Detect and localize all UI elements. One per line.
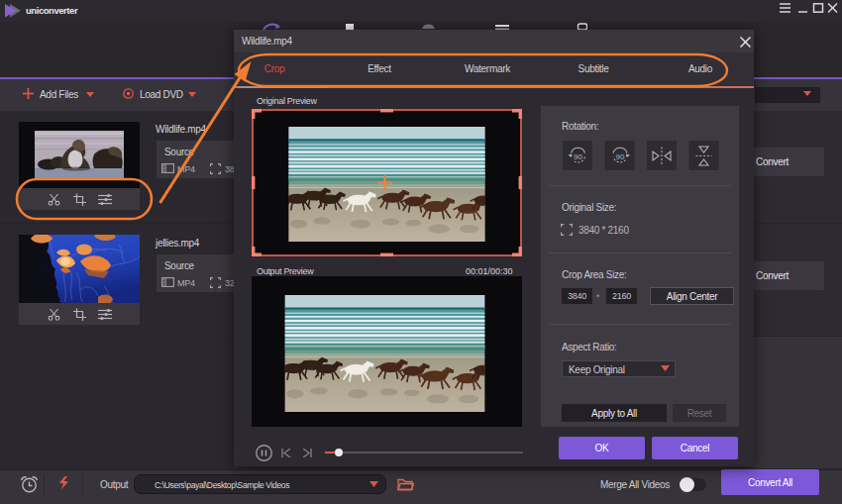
svg-text:90: 90 bbox=[574, 152, 582, 161]
svg-text:90: 90 bbox=[616, 152, 625, 161]
